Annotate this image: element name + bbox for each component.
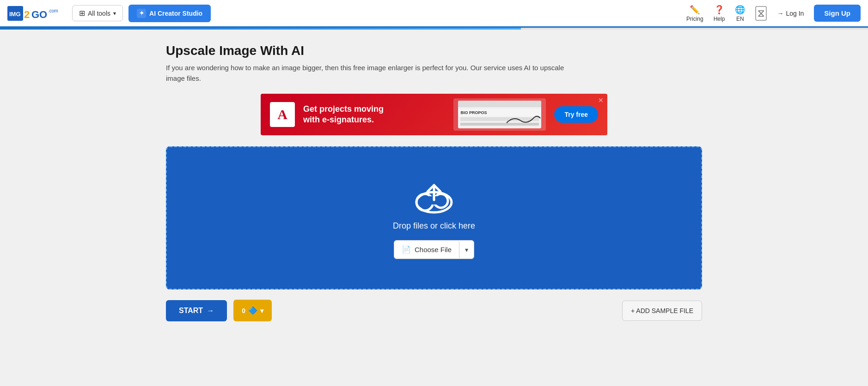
chevron-down-icon: ▾: [113, 10, 116, 17]
page-description: If you are wondering how to make an imag…: [166, 63, 582, 84]
ai-creator-button[interactable]: ✦ AI Creator Studio: [128, 5, 211, 22]
nav-pricing[interactable]: ✏️ Pricing: [686, 5, 703, 22]
file-doc-icon: 📄: [402, 245, 411, 254]
ad-close-icon[interactable]: ✕: [598, 96, 604, 104]
nav-language[interactable]: 🌐 EN: [735, 5, 745, 22]
choose-file-button[interactable]: 📄 Choose File: [394, 241, 459, 259]
pricing-label: Pricing: [686, 16, 703, 22]
logo[interactable]: IMG 2 GO .com: [7, 4, 63, 23]
signup-label: Sign Up: [824, 9, 850, 17]
help-icon: ❓: [714, 5, 724, 15]
ad-headline: Get projects moving: [303, 104, 445, 115]
main-content: Upscale Image With AI If you are wonderi…: [157, 30, 711, 331]
choose-file-dropdown[interactable]: 📄 Choose File ▾: [394, 240, 474, 259]
signup-button[interactable]: Sign Up: [814, 5, 861, 22]
quality-button[interactable]: 0 🔷 ▾: [233, 300, 272, 321]
add-sample-label: + ADD SAMPLE FILE: [631, 307, 693, 314]
header: IMG 2 GO .com ⊞ All tools ▾ ✦ AI Creator…: [0, 0, 868, 28]
ad-try-label: Try free: [564, 111, 588, 118]
ad-headline2: with e-signatures.: [303, 115, 445, 125]
all-tools-button[interactable]: ⊞ All tools ▾: [72, 5, 123, 21]
help-label: Help: [714, 16, 725, 22]
choose-file-label: Choose File: [415, 246, 452, 253]
page-title: Upscale Image With AI: [166, 43, 702, 58]
history-icon: ⧖: [755, 6, 767, 21]
grid-icon: ⊞: [79, 9, 85, 18]
header-right: ✏️ Pricing ❓ Help 🌐 EN ⧖ → Log In Sign U…: [686, 5, 861, 22]
nav-help[interactable]: ❓ Help: [714, 5, 725, 22]
nav-history[interactable]: ⧖: [755, 6, 767, 21]
quality-chevron-icon: ▾: [260, 307, 263, 314]
bottom-bar: START → 0 🔷 ▾ + ADD SAMPLE FILE: [166, 300, 702, 321]
start-button[interactable]: START →: [166, 300, 227, 321]
svg-text:IMG: IMG: [9, 11, 21, 18]
login-label: Log In: [786, 10, 804, 17]
start-label: START: [179, 307, 203, 315]
login-button[interactable]: → Log In: [777, 10, 804, 17]
upload-dropzone[interactable]: Drop files or click here 📄 Choose File ▾: [166, 146, 702, 290]
ad-mockup: BIO PROPOS: [453, 98, 546, 131]
svg-text:2: 2: [24, 9, 30, 20]
ad-try-button[interactable]: Try free: [554, 106, 598, 123]
login-arrow-icon: →: [777, 10, 783, 17]
svg-text:.com: .com: [48, 8, 58, 13]
ad-banner: A Get projects moving with e-signatures.…: [261, 94, 607, 135]
quality-value: 0: [242, 307, 245, 314]
svg-text:GO: GO: [31, 9, 47, 20]
lang-label: EN: [736, 16, 744, 22]
add-sample-button[interactable]: + ADD SAMPLE FILE: [622, 301, 702, 321]
start-arrow-icon: →: [207, 307, 214, 315]
all-tools-label: All tools: [88, 10, 110, 17]
logo-area: IMG 2 GO .com: [7, 4, 63, 23]
upload-cloud-icon: [411, 177, 457, 214]
ai-icon: ✦: [137, 9, 146, 18]
pricing-icon: ✏️: [690, 5, 700, 15]
chevron-down-icon: ▾: [465, 246, 468, 253]
quality-icon: 🔷: [248, 306, 257, 315]
globe-icon: 🌐: [735, 5, 745, 15]
ad-logo: A: [270, 102, 295, 127]
adobe-letter: A: [277, 107, 287, 122]
drop-files-text: Drop files or click here: [393, 221, 475, 231]
ad-text: Get projects moving with e-signatures.: [303, 104, 445, 126]
choose-file-arrow-button[interactable]: ▾: [459, 241, 474, 258]
ai-creator-label: AI Creator Studio: [149, 10, 202, 17]
